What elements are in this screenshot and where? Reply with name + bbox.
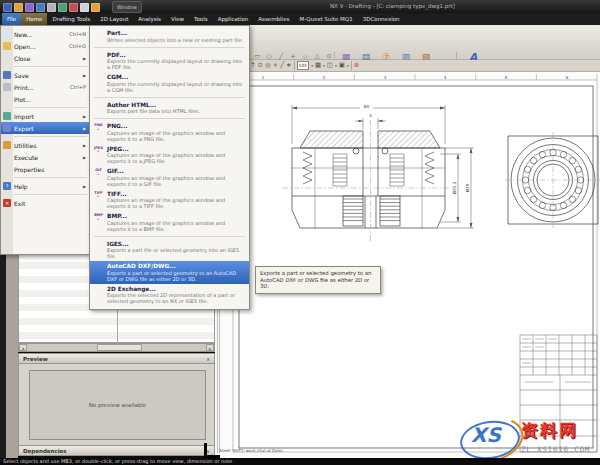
quick-access-icon[interactable]: [36, 3, 45, 12]
scrollbar-thumb[interactable]: [97, 344, 142, 351]
work-layer-input[interactable]: 101: [297, 61, 310, 70]
export-menu-item-jpeg[interactable]: JPEG▸JPEG...Captures an image of the gra…: [90, 144, 249, 167]
dependencies-panel-header[interactable]: Dependencies ∨: [18, 445, 215, 456]
open-icon: [3, 42, 11, 50]
menu-drafting-tools[interactable]: Drafting Tools: [47, 13, 95, 25]
menu-item-label: Properties: [14, 166, 86, 173]
file-menu-item-plot[interactable]: Plot...: [1, 93, 89, 105]
export-menu-item-author-html[interactable]: Author HTML...Exports part file data int…: [90, 100, 249, 117]
quick-access-icon[interactable]: [58, 3, 67, 12]
export-menu-item-bmp[interactable]: BMP▸BMP...Captures an image of the graph…: [90, 211, 249, 234]
quick-access-icon[interactable]: [80, 3, 89, 12]
menu-item-name: IGES...: [107, 241, 244, 247]
menu-analysis[interactable]: Analysis: [133, 13, 166, 25]
export-menu-item-iges[interactable]: IGES...Exports a part file or selected g…: [90, 239, 249, 262]
snap-tool-icon[interactable]: +: [273, 60, 278, 71]
file-menu-item-execute[interactable]: Execute▶: [1, 151, 89, 163]
menu-shortcut: Ctrl+O: [69, 43, 86, 49]
quick-access-icon[interactable]: [14, 3, 23, 12]
chevron-down-icon[interactable]: ▾: [347, 64, 349, 68]
file-menu-item-close[interactable]: Close▶: [1, 52, 89, 64]
window-menu-button[interactable]: Window: [112, 1, 142, 13]
sketch-tool-icon[interactable]: ○: [263, 52, 275, 60]
menu-shortcut: Ctrl+P: [70, 84, 86, 90]
svg-text:5: 5: [505, 75, 508, 80]
chevron-down-icon[interactable]: ▾: [323, 64, 325, 68]
submenu-arrow-icon: ▶: [83, 184, 86, 189]
exit-icon: ✕: [3, 199, 11, 207]
snap-tool-icon[interactable]: ⊙: [258, 60, 263, 71]
sketch-tool-icon[interactable]: ╱: [275, 52, 287, 60]
menu-item-label: Execute: [14, 154, 81, 161]
snap-toolbar-items: ✛⌖↑⊙◎+╱∗101▾▦▾◫▾▣▾⊜: [237, 60, 359, 71]
menu-item-description: Exports a part or selected geometry to a…: [107, 270, 244, 282]
quick-access-icon[interactable]: [69, 3, 78, 12]
export-menu-item-part[interactable]: Part...Writes selected objects into a ne…: [90, 28, 249, 45]
file-menu-item-save[interactable]: Save▶: [1, 69, 89, 81]
menu-3dconnexion[interactable]: 3DConnexion: [358, 13, 405, 25]
chevron-down-icon[interactable]: ▾: [335, 64, 337, 68]
sketch-tool-icon[interactable]: ▭: [251, 52, 263, 60]
scroll-right-icon[interactable]: ▸: [206, 344, 214, 351]
sketch-tool-icon[interactable]: △: [311, 52, 323, 60]
menu-shortcut: Ctrl+N: [69, 31, 86, 37]
file-menu-item-properties[interactable]: Properties: [1, 163, 89, 175]
menu-assemblies[interactable]: Assemblies: [253, 13, 294, 25]
file-menu-item-print[interactable]: Print...Ctrl+P: [1, 81, 89, 93]
drawing-sheet: 1 2 3 4 5 6: [215, 72, 600, 458]
menu-2d-layout[interactable]: 2D Layout: [95, 13, 133, 25]
menu-item-name: Author HTML...: [107, 102, 244, 108]
menu-tools[interactable]: Tools: [189, 13, 213, 25]
export-menu-item-pdf[interactable]: PDF...Exports the currently displayed la…: [90, 50, 249, 73]
export-menu-item-autocad-dxf-dwg[interactable]: AutoCAD DXF/DWG...Exports a part or sele…: [90, 261, 249, 284]
file-menu-item-exit[interactable]: ✕Exit: [1, 197, 89, 209]
dim-width-label: 60: [364, 104, 370, 109]
snap-tool-icon[interactable]: ⊜: [354, 60, 359, 71]
preview-empty-box: No preview available: [29, 370, 206, 440]
zone-ruler: [233, 74, 597, 80]
dim-gap-label: 5: [369, 113, 372, 118]
snap-tool-icon[interactable]: ▣: [339, 60, 345, 71]
quick-access-icon[interactable]: [3, 3, 12, 12]
sketch-tool-icon[interactable]: ◇: [299, 52, 311, 60]
sketch-tool-icon[interactable]: +: [287, 52, 299, 60]
file-menu-item-import[interactable]: Import▶: [1, 110, 89, 122]
export-menu-item-png[interactable]: PNG▸PNG...Captures an image of the graph…: [90, 121, 249, 144]
toolbar-divider: [351, 61, 352, 70]
snap-tool-icon[interactable]: ▦: [315, 60, 321, 71]
export-menu-item-gif[interactable]: GIF▸GIF...Captures an image of the graph…: [90, 166, 249, 189]
export-menu-item-cgm[interactable]: CGM...Exports the currently displayed la…: [90, 72, 249, 95]
snap-tool-icon[interactable]: ↑: [250, 60, 255, 71]
quick-access-icon[interactable]: [47, 3, 56, 12]
menu-file[interactable]: File: [2, 13, 21, 25]
menu-bar: FileHomeDrafting Tools2D LayoutAnalysisV…: [0, 13, 600, 25]
menu-m-quest-suite-mq1[interactable]: M-Quest Suite MQ1: [294, 13, 357, 25]
menu-application[interactable]: Application: [213, 13, 254, 25]
scroll-left-icon[interactable]: ◂: [19, 344, 27, 351]
file-menu-item-export[interactable]: Export▶: [1, 122, 89, 134]
snap-tool-icon[interactable]: ╱: [280, 60, 284, 71]
menu-item-name: Part...: [107, 30, 244, 36]
utilities-icon: [3, 141, 11, 149]
sheet-corner-mark: [204, 443, 220, 458]
menu-item-description: Captures an image of the graphics window…: [107, 175, 244, 187]
file-menu-item-new[interactable]: New...Ctrl+N: [1, 28, 89, 40]
snap-tool-icon[interactable]: ◎: [265, 60, 271, 71]
quick-access-icon[interactable]: [25, 3, 34, 12]
file-menu-item-open[interactable]: Open...Ctrl+O: [1, 40, 89, 52]
menu-home[interactable]: Home: [21, 13, 47, 25]
graphics-window[interactable]: 1 2 3 4 5 6: [215, 72, 600, 458]
file-menu-item-utilities[interactable]: Utilities▶: [1, 139, 89, 151]
horizontal-scrollbar[interactable]: ◂ ▸: [18, 343, 215, 352]
chevron-up-icon[interactable]: ∧: [206, 356, 210, 362]
menu-item-label: Help: [14, 183, 81, 190]
preview-panel-header[interactable]: Preview ∧: [18, 353, 215, 364]
menu-view[interactable]: View: [166, 13, 189, 25]
export-menu-item-2d-exchange[interactable]: 2D Exchange...Exports the selected 2D re…: [90, 284, 249, 307]
quick-access-icon[interactable]: [91, 3, 100, 12]
snap-tool-icon[interactable]: ◫: [327, 60, 333, 71]
export-menu-item-tiff[interactable]: TIFF▸TIFF...Captures an image of the gra…: [90, 189, 249, 212]
file-menu-item-help[interactable]: ?Help▶: [1, 180, 89, 192]
snap-tool-icon[interactable]: ∗: [286, 60, 291, 71]
chevron-down-icon[interactable]: ▾: [311, 64, 313, 68]
